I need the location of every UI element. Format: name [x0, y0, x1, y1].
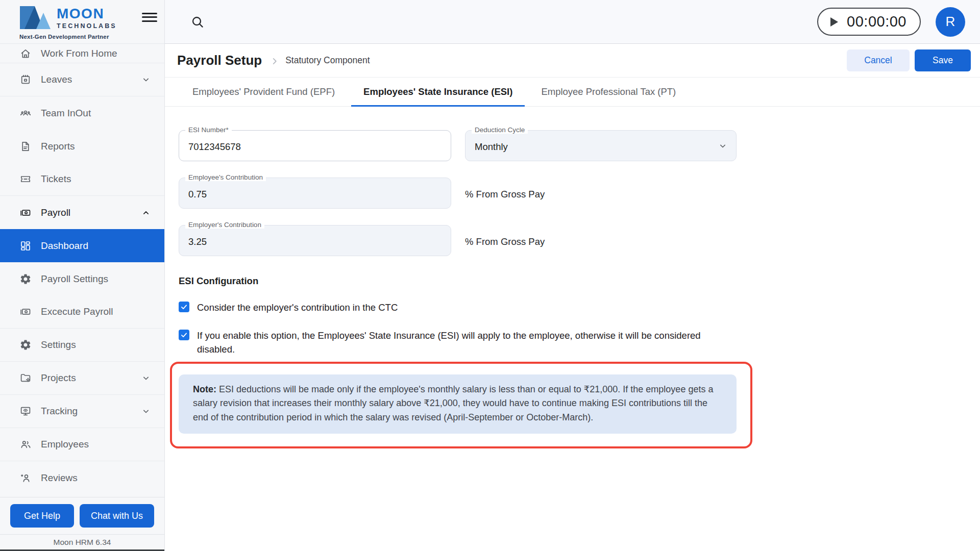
gear-icon — [19, 339, 32, 351]
sidebar-item-dashboard[interactable]: Dashboard — [0, 229, 164, 262]
sidebar-header: MOON TECHNOLABS Next-Gen Development Par… — [0, 0, 164, 44]
sidebar-item-projects[interactable]: Projects — [0, 362, 164, 395]
payments-icon — [19, 207, 32, 219]
tab-epf[interactable]: Employees' Provident Fund (EPF) — [180, 78, 347, 106]
calendar-icon — [19, 73, 32, 86]
page-header: Payroll Setup Statutory Component Cancel… — [165, 44, 980, 78]
sidebar: MOON TECHNOLABS Next-Gen Development Par… — [0, 0, 165, 551]
app-window: MOON TECHNOLABS Next-Gen Development Par… — [0, 0, 980, 551]
chevron-down-icon — [718, 141, 728, 151]
note-text: ESI deductions will be made only if the … — [193, 384, 713, 422]
breadcrumb: Statutory Component — [285, 55, 370, 66]
sidebar-item-employees[interactable]: Employees — [0, 428, 164, 461]
sidebar-item-team-inout[interactable]: Team InOut — [0, 96, 164, 130]
chevron-up-icon — [141, 208, 151, 218]
sidebar-footer: Get Help Chat with Us Moon HRM 6.34 — [0, 497, 164, 551]
play-icon[interactable] — [830, 17, 838, 27]
employee-contribution-field[interactable]: Employee's Contribution — [179, 178, 451, 209]
sidebar-item-tickets[interactable]: Tickets — [0, 163, 164, 196]
sidebar-item-payroll[interactable]: Payroll — [0, 196, 164, 229]
sidebar-item-reports[interactable]: Reports — [0, 130, 164, 163]
chat-with-us-button[interactable]: Chat with Us — [80, 504, 154, 528]
esi-enable-checkbox-label: If you enable this option, the Employees… — [197, 329, 728, 357]
esi-configuration-title: ESI Configuration — [179, 276, 980, 287]
employer-contribution-input[interactable] — [179, 234, 451, 247]
gear-icon — [19, 273, 32, 285]
page-title: Payroll Setup — [177, 53, 262, 68]
esi-number-field[interactable]: ESI Number* — [179, 130, 451, 161]
employer-contribution-field[interactable]: Employer's Contribution — [179, 225, 451, 256]
app-version: Moon HRM 6.34 — [0, 534, 164, 551]
cancel-button[interactable]: Cancel — [847, 49, 910, 71]
groups-icon — [19, 107, 32, 119]
sidebar-item-leaves[interactable]: Leaves — [0, 63, 164, 96]
dashboard-icon — [19, 240, 32, 252]
sidebar-item-reviews[interactable]: Reviews — [0, 461, 164, 494]
person-star-icon — [19, 472, 32, 484]
chevron-down-icon — [141, 406, 151, 416]
statutory-tabs: Employees' Provident Fund (EPF) Employee… — [165, 78, 980, 107]
people-icon — [19, 438, 32, 450]
ctc-checkbox[interactable] — [179, 302, 189, 312]
time-tracker-widget[interactable]: 00:00:00 — [817, 8, 921, 36]
red-annotation-outline: Note: ESI deductions will be made only i… — [170, 362, 752, 449]
employee-contribution-label: Employee's Contribution — [185, 173, 266, 181]
ticket-icon — [19, 173, 32, 185]
employer-contribution-suffix: % From Gross Pay — [465, 234, 737, 247]
sidebar-item-settings[interactable]: Settings — [0, 329, 164, 362]
ctc-checkbox-label: Consider the employer's contribution in … — [197, 300, 398, 315]
ctc-checkbox-row: Consider the employer's contribution in … — [179, 300, 980, 315]
document-icon — [19, 140, 32, 153]
sidebar-item-work-from-home[interactable]: Work From Home — [0, 44, 164, 63]
note-prefix: Note: — [193, 384, 216, 394]
save-button[interactable]: Save — [915, 49, 971, 71]
brand-tagline: Next-Gen Development Partner — [19, 34, 117, 40]
deduction-cycle-select[interactable]: Deduction Cycle — [465, 130, 737, 161]
search-icon[interactable] — [190, 15, 205, 29]
esi-enable-checkbox-row: If you enable this option, the Employees… — [179, 329, 980, 357]
sidebar-item-tracking[interactable]: Tracking — [0, 395, 164, 428]
get-help-button[interactable]: Get Help — [10, 504, 74, 528]
esi-form: ESI Number* Deduction Cycle Employee's C… — [165, 107, 980, 551]
tab-pt[interactable]: Employee Professional Tax (PT) — [529, 78, 688, 106]
esi-number-label: ESI Number* — [185, 126, 232, 134]
sidebar-nav: Work From Home Leaves Team InOut Re — [0, 44, 164, 497]
deduction-cycle-value[interactable] — [465, 139, 736, 153]
folder-gear-icon — [19, 372, 32, 384]
moon-technolabs-logo: MOON TECHNOLABS Next-Gen Development Par… — [19, 6, 117, 40]
chevron-right-icon — [269, 56, 280, 67]
esi-note: Note: ESI deductions will be made only i… — [179, 374, 737, 434]
monitor-eye-icon — [19, 405, 32, 417]
logo-mountain-icon — [19, 6, 51, 32]
avatar[interactable]: R — [936, 7, 965, 37]
tab-esi[interactable]: Employees' State Insurance (ESI) — [351, 78, 525, 106]
timer-value: 00:00:00 — [847, 13, 906, 30]
sidebar-item-execute-payroll[interactable]: Excecute Payroll — [0, 295, 164, 329]
employer-contribution-label: Employer's Contribution — [185, 221, 264, 229]
main-area: 00:00:00 R Payroll Setup Statutory Compo… — [165, 0, 980, 551]
brand-name: MOON — [57, 7, 117, 21]
esi-enable-checkbox[interactable] — [179, 330, 189, 340]
employee-contribution-input[interactable] — [179, 187, 451, 200]
employee-contribution-suffix: % From Gross Pay — [465, 187, 737, 200]
chevron-down-icon — [141, 373, 151, 383]
deduction-cycle-label: Deduction Cycle — [472, 126, 528, 134]
brand-subname: TECHNOLABS — [57, 22, 117, 30]
sidebar-item-payroll-settings[interactable]: Payroll Settings — [0, 262, 164, 295]
home-icon — [19, 47, 32, 60]
hamburger-menu-icon[interactable] — [142, 10, 157, 24]
payments-icon — [19, 306, 32, 318]
esi-number-input[interactable] — [179, 139, 451, 153]
topbar: 00:00:00 R — [165, 0, 980, 44]
chevron-down-icon — [141, 74, 151, 85]
